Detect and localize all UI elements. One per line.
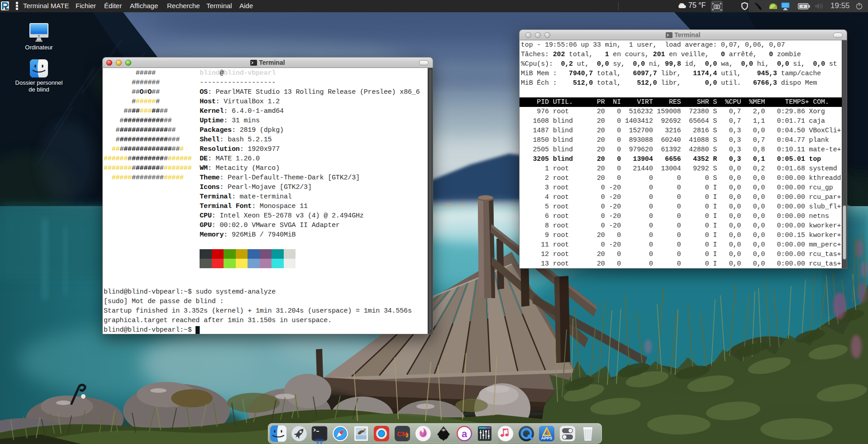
svg-text:a: a <box>462 428 467 439</box>
svg-text:APPS: APPS <box>541 436 553 440</box>
svg-text:2: 2 <box>406 433 409 438</box>
